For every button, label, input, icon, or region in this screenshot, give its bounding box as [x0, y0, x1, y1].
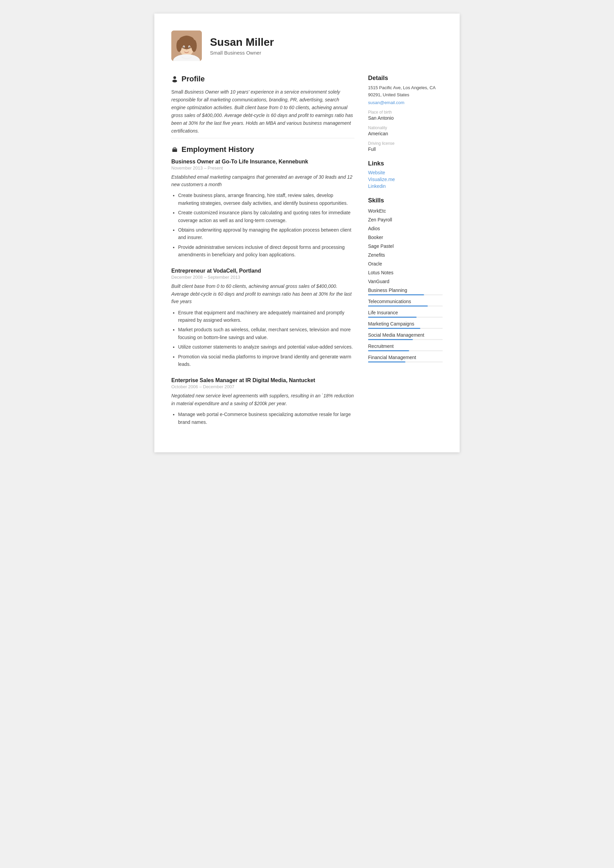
bullet-2-4: Promotion via social media platforms to … [178, 353, 354, 368]
skill-zenrollpayroll: Zen Payroll [368, 217, 443, 222]
profile-text-normal: Small [171, 89, 185, 95]
skill-adios: Adios [368, 226, 443, 231]
job-title-2: Entrepreneur at VodaCell, Portland [171, 268, 354, 274]
skill-bar-fill-14 [368, 350, 409, 351]
divider-1 [171, 138, 354, 138]
candidate-name: Susan Miller [210, 36, 274, 48]
skill-bar-fill-11 [368, 317, 417, 318]
avatar [171, 31, 202, 61]
skill-recruitment: Recruitment [368, 344, 443, 351]
header-info: Susan Miller Small Business Owner [210, 36, 274, 56]
job-title-1: Business Owner at Go-To Life Insurance, … [171, 159, 354, 165]
job-bullets-3: Manage web portal e-Commerce business sp… [171, 411, 354, 426]
job-date-end-1: Present [208, 166, 223, 170]
job-date-end-3: December 2007 [203, 384, 235, 389]
job-summary-2: Built client base from 0 to 60 clients, … [171, 282, 354, 305]
job-dates-3: October 2006 – December 2007 [171, 384, 354, 389]
job-bullets-1: Create business plans, arrange financing… [171, 192, 354, 258]
svg-point-15 [173, 80, 177, 82]
bullet-1-3: Obtains underwriting approval by managin… [178, 226, 354, 242]
skill-lotus: Lotus Notes [368, 270, 443, 275]
skill-bar-bg-15 [368, 361, 443, 363]
details-address: 1515 Pacific Ave, Los Angeles, CA 90291,… [368, 84, 443, 99]
bullet-2-2: Market products such as wireless, cellul… [178, 326, 354, 341]
links-section: Links Website Visualize.me Linkedin [368, 160, 443, 189]
svg-point-11 [189, 46, 190, 48]
svg-point-12 [186, 49, 187, 50]
bullet-1-4: Provide administrative services inclusiv… [178, 243, 354, 259]
skill-zenefits: Zenefits [368, 252, 443, 258]
details-email: susan@email.com [368, 100, 443, 105]
svg-rect-18 [173, 149, 177, 150]
profile-icon [171, 76, 178, 82]
skill-life-insurance: Life Insurance [368, 310, 443, 318]
job-title-3: Enterprise Sales Manager at IR Digital M… [171, 377, 354, 383]
skill-bar-fill-15 [368, 361, 406, 363]
header: Susan Miller Small Business Owner [171, 31, 443, 61]
skill-bar-bg-12 [368, 328, 443, 329]
skill-sage: Sage Pastel [368, 243, 443, 249]
job-entry-2: Entrepreneur at VodaCell, Portland Decem… [171, 268, 354, 368]
bullet-3-1: Manage web portal e-Commerce business sp… [178, 411, 354, 426]
skill-business-planning: Business Planning [368, 288, 443, 295]
bullet-1-1: Create business plans, arrange financing… [178, 192, 354, 207]
employment-title: Employment History [182, 145, 254, 154]
nationality-label: Nationality [368, 126, 443, 130]
right-column: Details 1515 Pacific Ave, Los Angeles, C… [368, 74, 443, 436]
bullet-2-1: Ensure that equipment and machinery are … [178, 309, 354, 324]
skill-bar-fill-12 [368, 328, 420, 329]
candidate-subtitle: Small Business Owner [210, 50, 274, 56]
link-website[interactable]: Website [368, 170, 443, 175]
profile-section: Profile Small Business Owner with 10 yea… [171, 74, 354, 135]
details-title: Details [368, 74, 443, 82]
skill-marketing-campaigns: Marketing Campaigns [368, 321, 443, 329]
job-date-sep-2: – [204, 274, 208, 280]
job-entry-3: Enterprise Sales Manager at IR Digital M… [171, 377, 354, 426]
profile-title: Profile [182, 74, 205, 84]
job-date-sep-1: – [204, 166, 208, 170]
skill-bar-fill-13 [368, 339, 413, 340]
job-date-end-2: September 2013 [208, 274, 240, 280]
skill-bar-bg-13 [368, 339, 443, 340]
link-linkedin[interactable]: Linkedin [368, 183, 443, 189]
driving-license-value: Full [368, 146, 443, 152]
svg-point-7 [179, 36, 194, 49]
link-visualize[interactable]: Visualize.me [368, 177, 443, 182]
job-date-sep-3: – [199, 384, 203, 389]
job-date-start-1: November 2013 [171, 166, 203, 170]
details-section: Details 1515 Pacific Ave, Los Angeles, C… [368, 74, 443, 152]
place-of-birth-label: Place of birth [368, 110, 443, 115]
left-column: Profile Small Business Owner with 10 yea… [171, 74, 354, 436]
skills-section: Skills WorkEtc Zen Payroll Adios Booker … [368, 197, 443, 363]
skill-social-media: Social Media Management [368, 332, 443, 340]
job-entry-1: Business Owner at Go-To Life Insurance, … [171, 159, 354, 259]
skill-worketc: WorkEtc [368, 208, 443, 214]
skill-bar-fill-9 [368, 294, 424, 295]
bullet-1-2: Create customized insurance plans by cal… [178, 209, 354, 224]
skill-financial-mgmt: Financial Management [368, 355, 443, 363]
svg-point-10 [183, 46, 185, 48]
job-bullets-2: Ensure that equipment and machinery are … [171, 309, 354, 368]
employment-section: Employment History Business Owner at Go-… [171, 145, 354, 426]
skill-oracle: Oracle [368, 261, 443, 267]
skill-bar-bg-11 [368, 317, 443, 318]
profile-text: Small Business Owner with 10 years' expe… [171, 88, 354, 135]
svg-point-14 [173, 76, 176, 79]
employment-section-header: Employment History [171, 145, 354, 154]
skill-telecom: Telecommunications [368, 299, 443, 307]
skill-bar-fill-10 [368, 305, 428, 307]
driving-license-label: Driving license [368, 141, 443, 146]
job-dates-1: November 2013 – Present [171, 166, 354, 170]
skill-bar-bg-14 [368, 350, 443, 351]
profile-section-header: Profile [171, 74, 354, 84]
skills-title: Skills [368, 197, 443, 204]
main-layout: Profile Small Business Owner with 10 yea… [171, 74, 443, 436]
job-date-start-3: October 2006 [171, 384, 198, 389]
skill-bar-bg-10 [368, 305, 443, 307]
bullet-2-3: Utilize customer statements to analyze s… [178, 343, 354, 350]
nationality-value: American [368, 131, 443, 136]
resume-container: Susan Miller Small Business Owner Profil… [154, 14, 460, 452]
job-summary-1: Established email marketing campaigns th… [171, 173, 354, 189]
links-title: Links [368, 160, 443, 167]
job-date-start-2: December 2008 [171, 274, 203, 280]
